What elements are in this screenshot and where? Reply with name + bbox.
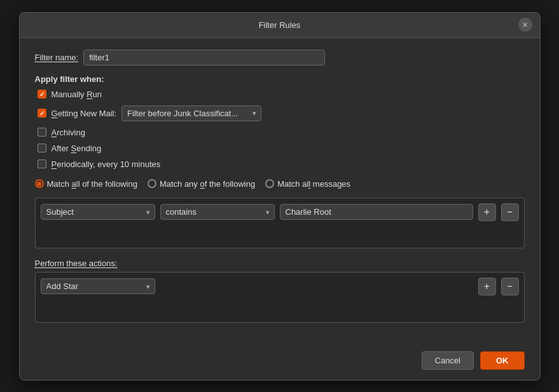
action-dropdown-wrapper: Add Star Move to Folder Copy to Folder D…	[41, 278, 155, 294]
match-all-radio-circle	[35, 179, 44, 188]
mail-filter-dropdown-wrapper: Filter before Junk Classificat... Filter…	[121, 105, 261, 121]
filter-name-input[interactable]	[83, 50, 325, 65]
mail-filter-dropdown[interactable]: Filter before Junk Classificat... Filter…	[121, 105, 261, 121]
actions-section: Perform these actions: Add Star Move to …	[35, 259, 525, 323]
conditions-row: Subject From To Cc Date Body contains do…	[41, 203, 519, 221]
match-any-label: Match any of the following	[160, 179, 255, 189]
apply-filter-label: Apply filter when:	[35, 74, 525, 84]
close-button[interactable]: ×	[518, 18, 532, 32]
match-radio-row: Match all of the following Match any of …	[35, 179, 525, 189]
getting-new-mail-label: Getting New Mail:	[52, 109, 117, 118]
remove-action-button[interactable]: −	[501, 278, 519, 295]
archiving-checkbox[interactable]	[38, 128, 46, 137]
manually-run-checkbox[interactable]	[38, 90, 46, 98]
match-all-messages-radio[interactable]: Match all messages	[265, 179, 350, 189]
manually-run-row: Manually Run	[38, 90, 525, 99]
archiving-row: Archiving	[38, 128, 525, 137]
periodically-label: Periodically, every 10 minutes	[52, 159, 161, 169]
operator-dropdown-wrapper: contains does not contain is is not begi…	[160, 204, 275, 220]
match-all-radio[interactable]: Match all of the following	[35, 179, 137, 189]
dialog-footer: Cancel OK	[20, 344, 540, 380]
archiving-label: Archiving	[52, 128, 85, 137]
match-all-messages-radio-circle	[265, 179, 274, 188]
actions-area: Add Star Move to Folder Copy to Folder D…	[35, 272, 525, 323]
title-bar: Filter Rules ×	[20, 13, 540, 38]
match-all-label: Match all of the following	[47, 179, 137, 189]
add-action-button[interactable]: +	[478, 278, 496, 295]
filter-name-row: Filter name:	[35, 50, 525, 65]
periodically-row: Periodically, every 10 minutes	[38, 159, 525, 169]
operator-dropdown[interactable]: contains does not contain is is not begi…	[160, 204, 275, 220]
remove-condition-button[interactable]: −	[501, 203, 519, 221]
actions-label: Perform these actions:	[35, 259, 525, 268]
cancel-button[interactable]: Cancel	[422, 351, 474, 370]
conditions-area: Subject From To Cc Date Body contains do…	[35, 198, 525, 248]
manually-run-label: Manually Run	[52, 90, 102, 99]
match-all-messages-label: Match all messages	[277, 179, 350, 189]
subject-dropdown-wrapper: Subject From To Cc Date Body	[41, 204, 155, 220]
getting-new-mail-row: Getting New Mail: Filter before Junk Cla…	[38, 105, 525, 121]
action-dropdown[interactable]: Add Star Move to Folder Copy to Folder D…	[41, 278, 155, 294]
ok-button[interactable]: OK	[480, 351, 525, 370]
after-sending-label: After Sending	[52, 144, 102, 153]
periodically-checkbox[interactable]	[38, 159, 46, 168]
match-any-radio-circle	[148, 179, 156, 188]
dialog-body: Filter name: Apply filter when: Manually…	[20, 38, 540, 344]
apply-filter-section: Apply filter when: Manually Run Getting …	[35, 74, 525, 169]
getting-new-mail-checkbox[interactable]	[38, 109, 46, 118]
filter-rules-dialog: Filter Rules × Filter name: Apply filter…	[19, 12, 541, 381]
after-sending-row: After Sending	[38, 144, 525, 153]
actions-row: Add Star Move to Folder Copy to Folder D…	[41, 278, 519, 295]
dialog-title: Filter Rules	[259, 20, 301, 30]
filter-name-label: Filter name:	[35, 53, 79, 62]
subject-dropdown[interactable]: Subject From To Cc Date Body	[41, 204, 155, 220]
add-condition-button[interactable]: +	[478, 203, 496, 221]
after-sending-checkbox[interactable]	[38, 144, 46, 152]
condition-value-input[interactable]	[280, 204, 473, 220]
match-any-radio[interactable]: Match any of the following	[148, 179, 255, 189]
